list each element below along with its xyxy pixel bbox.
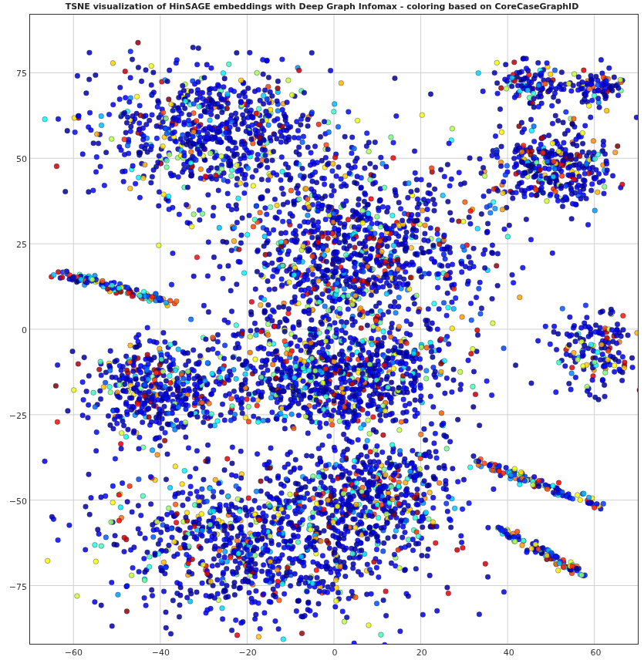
svg-point-402 <box>126 99 132 105</box>
svg-point-4861 <box>280 581 285 587</box>
svg-point-1533 <box>356 197 362 202</box>
svg-point-4676 <box>83 547 88 553</box>
svg-point-1130 <box>519 150 524 155</box>
svg-point-2277 <box>315 208 321 214</box>
svg-point-2316 <box>319 176 325 181</box>
svg-point-3389 <box>262 359 268 364</box>
svg-point-2210 <box>291 231 296 236</box>
svg-point-4775 <box>200 528 205 534</box>
svg-point-1238 <box>482 173 487 179</box>
svg-point-430 <box>235 126 241 132</box>
svg-point-1244 <box>597 180 602 185</box>
svg-point-2057 <box>262 261 268 266</box>
svg-point-4361 <box>258 489 264 494</box>
svg-point-2291 <box>371 236 376 241</box>
svg-point-4854 <box>264 578 269 584</box>
svg-point-2342 <box>409 212 414 217</box>
svg-point-389 <box>268 135 273 140</box>
svg-point-3470 <box>410 382 415 388</box>
svg-point-4554 <box>173 464 178 470</box>
svg-point-627 <box>187 113 192 118</box>
svg-point-338 <box>128 49 133 54</box>
svg-point-2337 <box>415 218 420 224</box>
svg-point-137 <box>136 40 141 45</box>
svg-point-681 <box>184 142 190 147</box>
svg-point-896 <box>576 75 582 80</box>
svg-point-4103 <box>413 541 419 547</box>
svg-point-4418 <box>186 446 191 451</box>
svg-point-4963 <box>376 538 381 544</box>
svg-point-1670 <box>325 146 331 152</box>
svg-point-4702 <box>305 589 310 594</box>
svg-point-2711 <box>270 308 275 313</box>
svg-point-3937 <box>112 416 117 422</box>
svg-point-3390 <box>376 359 381 364</box>
svg-point-1628 <box>276 305 282 310</box>
svg-point-3817 <box>108 349 113 354</box>
svg-point-5198 <box>396 483 401 489</box>
svg-point-2086 <box>332 238 338 244</box>
svg-point-1768 <box>258 273 264 278</box>
svg-point-4310 <box>93 599 98 604</box>
svg-point-1243 <box>546 167 551 172</box>
svg-point-3293 <box>204 337 209 342</box>
svg-point-5359 <box>455 417 460 423</box>
svg-point-4318 <box>45 558 50 564</box>
svg-point-2614 <box>614 327 619 332</box>
svg-point-2066 <box>384 164 389 170</box>
svg-point-2733 <box>395 359 400 365</box>
svg-point-2631 <box>575 357 581 362</box>
svg-point-656 <box>72 130 78 135</box>
svg-point-868 <box>587 86 592 92</box>
svg-point-1227 <box>563 194 568 200</box>
svg-point-2203 <box>479 306 484 311</box>
svg-point-1218 <box>570 122 575 127</box>
svg-point-2043 <box>347 170 352 176</box>
svg-point-710 <box>186 118 191 123</box>
svg-point-4908 <box>350 551 356 557</box>
svg-point-3878 <box>129 407 134 412</box>
svg-point-3155 <box>336 410 342 416</box>
svg-point-3757 <box>218 412 224 418</box>
svg-point-1910 <box>368 161 373 167</box>
svg-point-4778 <box>150 522 155 527</box>
svg-point-3017 <box>358 352 363 358</box>
svg-point-4776 <box>304 544 309 550</box>
svg-point-3264 <box>405 390 410 396</box>
svg-point-4359 <box>162 438 167 443</box>
svg-point-3743 <box>98 359 103 365</box>
svg-point-4692 <box>288 470 293 475</box>
svg-point-2108 <box>325 231 331 236</box>
svg-point-3867 <box>55 419 60 425</box>
chart-title: TSNE visualization of HinSAGE embeddings… <box>0 2 644 12</box>
svg-point-3644 <box>159 426 164 431</box>
svg-point-4483 <box>224 594 229 600</box>
svg-point-2219 <box>385 275 390 281</box>
svg-point-4818 <box>169 526 174 531</box>
svg-point-5267 <box>376 460 382 465</box>
svg-point-4517 <box>137 569 142 574</box>
svg-point-334 <box>94 132 99 137</box>
svg-point-1755 <box>460 219 466 224</box>
svg-point-3646 <box>123 434 129 439</box>
svg-point-335 <box>214 114 220 120</box>
svg-point-2170 <box>481 194 487 199</box>
svg-point-3476 <box>332 366 338 372</box>
svg-point-2957 <box>347 345 352 351</box>
svg-point-2166 <box>471 264 477 269</box>
svg-point-574 <box>251 115 256 120</box>
svg-point-1873 <box>417 268 423 274</box>
svg-point-2286 <box>367 225 373 231</box>
svg-point-3424 <box>386 355 391 361</box>
svg-point-3876 <box>140 419 145 425</box>
svg-point-5389 <box>354 480 359 486</box>
svg-point-1251 <box>556 149 561 154</box>
svg-point-5167 <box>443 478 449 483</box>
svg-point-3258 <box>430 355 436 360</box>
svg-point-3176 <box>413 398 418 403</box>
svg-point-2986 <box>265 368 271 373</box>
svg-point-5056 <box>337 543 342 548</box>
svg-point-5156 <box>399 518 404 524</box>
svg-point-3791 <box>191 368 197 373</box>
svg-point-81 <box>194 62 200 67</box>
